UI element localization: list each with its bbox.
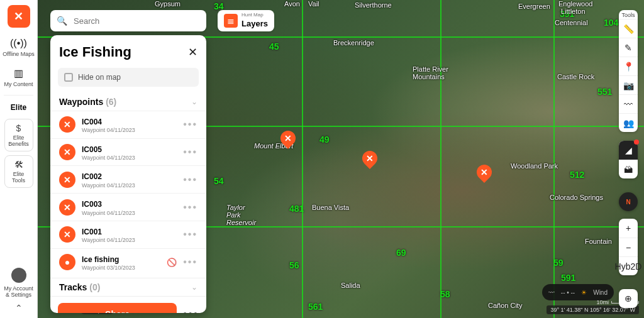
waypoints-section-header[interactable]: Waypoints (6) ⌄ [50, 93, 206, 111]
waypoint-row[interactable]: ✕IC003Waypoint 04/11/2023••• [50, 193, 206, 221]
section-count: (6) [106, 97, 116, 107]
zoom-out-button[interactable]: − [619, 238, 638, 256]
place-label: Gypsum [155, 0, 180, 8]
map-waypoint-pin[interactable]: ✕ [280, 131, 296, 146]
waypoint-row[interactable]: ✕IC001Waypoint 04/11/2023••• [50, 221, 206, 248]
rail-elite-tools[interactable]: 🛠 Elite Tools [4, 155, 33, 188]
friends-tool[interactable]: 👥 [619, 113, 638, 132]
map-waypoint-pin[interactable]: ✕ [477, 165, 492, 180]
place-label: Breckenridge [333, 39, 374, 47]
view-stack: ◢ 🏔 [619, 141, 638, 178]
zone-label: 104 [604, 18, 618, 28]
place-label: Buena Vista [312, 204, 349, 211]
rail-label: Elite Benefits [6, 134, 31, 147]
more-options-button[interactable]: ••• [183, 308, 199, 313]
chevron-down-icon: ⌄ [191, 97, 197, 106]
waypoint-pin-icon: ✕ [59, 172, 75, 188]
wrench-icon: 🛠 [14, 160, 23, 170]
place-label: Colorado Springs [550, 194, 603, 201]
content-panel: Ice Fishing ✕ Hide on map Waypoints (6) … [50, 35, 206, 313]
layers-icon: ≣ [224, 14, 238, 28]
hide-on-map-toggle[interactable]: Hide on map [58, 68, 199, 87]
place-label: Littleton [561, 8, 586, 15]
avatar[interactable] [11, 268, 26, 283]
waypoint-row[interactable]: ✕IC004Waypoint 04/11/2023••• [50, 111, 206, 138]
rail-offline-maps[interactable]: ((•)) Offline Maps [0, 33, 37, 62]
waypoint-more-button[interactable]: ••• [183, 202, 197, 213]
collapse-rail-button[interactable]: ⌃ [15, 300, 23, 315]
zone-label: 561 [308, 302, 323, 312]
place-label: Centennial [555, 19, 588, 26]
layers-label: Layers [242, 19, 268, 28]
waypoint-more-button[interactable]: ••• [183, 146, 197, 158]
waypoint-more-button[interactable]: ••• [183, 119, 197, 130]
rail-label: My Account & Settings [2, 285, 36, 298]
section-title: Tracks [59, 282, 87, 292]
panel-title: Ice Fishing [59, 44, 131, 60]
3d-view-button[interactable]: ◢ [619, 141, 638, 160]
rail-label: My Content [4, 81, 33, 87]
tools-stack: Tools 📏 ✎ 📍 📷 〰 👥 [619, 10, 638, 132]
compass-button[interactable]: N [619, 192, 638, 211]
zone-label: 56 [289, 260, 299, 270]
place-label: Silverthorne [355, 1, 392, 9]
waypoint-pin-icon: ✕ [59, 199, 75, 216]
broadcast-icon: ((•)) [10, 38, 27, 49]
search-field[interactable] [72, 16, 200, 26]
place-label: Cañon City [488, 302, 522, 309]
place-label: Evergreen [518, 3, 550, 10]
wind-tool[interactable]: 〰 [619, 94, 638, 113]
waypoint-sub: Waypoint 04/11/2023 [82, 210, 177, 216]
tracks-section-header[interactable]: Tracks (0) ⌄ [50, 278, 206, 296]
waypoint-more-button[interactable]: ••• [183, 174, 197, 185]
hide-label: Hide on map [78, 73, 121, 82]
crosshair-icon: ⊕ [619, 289, 638, 308]
zoom-in-button[interactable]: + [619, 219, 638, 238]
zone-label: 54 [214, 176, 224, 186]
search-input[interactable]: 🔍 [50, 10, 206, 31]
zone-label: 551 [597, 87, 612, 97]
zone-label: 69 [396, 248, 406, 258]
draw-tool[interactable]: ✎ [619, 38, 638, 57]
place-label: Woodland Park [511, 162, 558, 170]
visibility-off-icon[interactable]: 🚫 [167, 258, 177, 267]
waypoint-row[interactable]: ●Ice fishingWaypoint 03/10/2023🚫••• [50, 248, 206, 276]
rail-my-content[interactable]: ▥ My Content [0, 62, 37, 92]
terrain-view-button[interactable]: 🏔 [619, 160, 638, 178]
waypoint-sub: Waypoint 04/11/2023 [82, 127, 177, 133]
zone-label: 49 [319, 134, 330, 145]
waypoint-row[interactable]: ✕IC002Waypoint 04/11/2023••• [50, 165, 206, 193]
waypoint-pin-icon: ✕ [59, 116, 75, 133]
waypoint-name: IC004 [82, 118, 102, 126]
waypoint-sub: Waypoint 04/11/2023 [82, 237, 177, 243]
waypoint-pin-icon: ● [59, 254, 75, 270]
wind-label: Wind [593, 289, 608, 296]
waypoint-more-button[interactable]: ••• [183, 229, 197, 240]
ruler-tool[interactable]: 📏 [619, 19, 638, 38]
rail-elite-heading: Elite [11, 98, 26, 117]
place-label: Platte River Mountains [413, 65, 463, 80]
tools-heading: Tools [621, 10, 635, 19]
layers-button[interactable]: ≣ Hunt MapLayers [218, 10, 274, 31]
waypoint-name: Ice fishing [82, 255, 119, 264]
add-waypoint-tool[interactable]: 📍 [619, 57, 638, 75]
left-rail: ✕ ((•)) Offline Maps ▥ My Content Elite … [0, 0, 38, 318]
app-logo[interactable]: ✕ [8, 5, 30, 28]
camera-tool[interactable]: 📷 [619, 75, 638, 94]
waypoint-name: IC003 [82, 200, 102, 209]
waypoint-sub: Waypoint 04/11/2023 [82, 182, 177, 189]
waypoint-more-button[interactable]: ••• [183, 256, 197, 268]
share-button[interactable]: Share [58, 303, 177, 313]
conditions-bar[interactable]: 〰 -- • -- ☀ Wind [542, 284, 614, 300]
place-label: Englewood [558, 0, 592, 8]
locate-me-button[interactable]: ⊕ [619, 289, 638, 308]
close-panel-button[interactable]: ✕ [188, 45, 197, 59]
basemap-hybrid-button[interactable]: Hyb2D [619, 256, 638, 275]
waypoint-name: IC005 [82, 145, 102, 154]
place-label: Castle Rock [557, 73, 594, 80]
waypoint-sub: Waypoint 03/10/2023 [82, 265, 160, 271]
search-icon: 🔍 [57, 16, 67, 26]
rail-elite-benefits[interactable]: $ Elite Benefits [4, 119, 33, 151]
waypoint-row[interactable]: ✕IC005Waypoint 04/11/2023••• [50, 138, 206, 166]
map-waypoint-pin[interactable]: ✕ [362, 151, 377, 166]
